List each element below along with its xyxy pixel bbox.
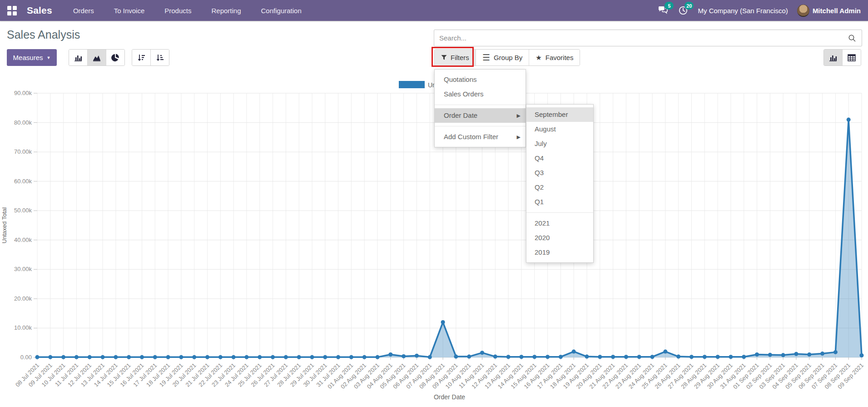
bar-chart-icon (828, 53, 838, 62)
submenu-item-q3[interactable]: Q3 (526, 166, 593, 180)
nav-item-configuration[interactable]: Configuration (261, 7, 302, 15)
user-menu[interactable]: Mitchell Admin (797, 5, 861, 17)
submenu-item-september[interactable]: September (526, 107, 593, 122)
menu-item-sales-orders[interactable]: Sales Orders (435, 87, 526, 101)
filters-dropdown-items: QuotationsSales Orders (435, 72, 526, 101)
svg-text:Order Date: Order Date (434, 393, 465, 401)
table-icon (847, 53, 856, 62)
filters-label: Filters (451, 54, 469, 61)
submenu-item-august[interactable]: August (526, 122, 593, 136)
nav-item-to-invoice[interactable]: To Invoice (114, 7, 145, 15)
sales-analysis-page: Sales OrdersTo InvoiceProductsReportingC… (0, 0, 868, 407)
activities-badge: 20 (684, 2, 694, 10)
submenu-item-q1[interactable]: Q1 (526, 195, 593, 209)
menu-divider (526, 212, 593, 213)
graph-view-button[interactable] (824, 50, 843, 65)
add-custom-filter-label: Add Custom Filter (444, 133, 498, 141)
sort-descending-icon (137, 53, 146, 62)
pie-chart-button[interactable] (106, 50, 124, 65)
search-input[interactable] (434, 34, 848, 42)
chart-type-switcher (69, 49, 125, 66)
avatar (797, 5, 809, 17)
submenu-item-2021[interactable]: 2021 (526, 216, 593, 231)
submenu-item-2019[interactable]: 2019 (526, 245, 593, 260)
search-options-bar: Filters ☰ Group By ★ Favorites (434, 49, 580, 66)
menu-item-add-custom-filter[interactable]: Add Custom Filter ▶ (435, 130, 526, 144)
view-switcher (823, 49, 861, 66)
menu-divider (435, 126, 526, 126)
favorites-button[interactable]: ★ Favorites (529, 50, 580, 65)
group-by-label: Group By (494, 54, 522, 61)
apps-grid-square (7, 6, 11, 10)
menu-divider (435, 105, 526, 105)
messages-badge: 5 (665, 2, 674, 10)
submenu-item-q2[interactable]: Q2 (526, 180, 593, 195)
svg-text:50.00k: 50.00k (14, 207, 32, 214)
submenu-item-q4[interactable]: Q4 (526, 151, 593, 166)
pie-chart-icon (111, 53, 120, 62)
svg-text:Untaxed Total: Untaxed Total (1, 207, 8, 243)
top-navbar: Sales OrdersTo InvoiceProductsReportingC… (0, 0, 868, 21)
svg-text:70.00k: 70.00k (14, 148, 32, 155)
app-name[interactable]: Sales (27, 5, 52, 16)
apps-menu-icon[interactable] (7, 6, 17, 15)
submenu-item-2020[interactable]: 2020 (526, 231, 593, 245)
line-chart-button[interactable] (88, 50, 106, 65)
chevron-right-icon: ▶ (517, 130, 521, 144)
sort-ascending-button[interactable] (151, 50, 169, 65)
navbar-systray: 5 20 My Company (San Francisco) Mitchell… (658, 0, 861, 21)
star-icon: ★ (536, 54, 541, 62)
sort-switcher (132, 49, 169, 66)
sort-descending-button[interactable] (132, 50, 151, 65)
measures-button[interactable]: Measures ▼ (7, 49, 57, 66)
company-switcher[interactable]: My Company (San Francisco) (698, 7, 788, 15)
submenu-item-july[interactable]: July (526, 136, 593, 151)
favorites-label: Favorites (546, 54, 574, 61)
area-chart-icon (92, 53, 101, 62)
messages-button[interactable]: 5 (658, 5, 669, 16)
order-date-label: Order Date (444, 111, 477, 119)
filters-dropdown: QuotationsSales Orders Order Date ▶ Add … (434, 69, 526, 147)
svg-text:0.00: 0.00 (20, 354, 32, 361)
menu-item-order-date[interactable]: Order Date ▶ (435, 108, 526, 123)
funnel-icon (441, 55, 447, 60)
svg-text:80.00k: 80.00k (14, 119, 32, 126)
menu-item-quotations[interactable]: Quotations (435, 72, 526, 87)
svg-text:20.00k: 20.00k (14, 295, 32, 302)
nav-item-reporting[interactable]: Reporting (211, 7, 241, 15)
apps-grid-square (13, 11, 17, 15)
measures-label: Measures (13, 54, 43, 61)
filters-button[interactable]: Filters (435, 50, 476, 65)
caret-down-icon: ▼ (46, 55, 50, 60)
svg-text:10.00k: 10.00k (14, 324, 32, 331)
nav-item-products[interactable]: Products (164, 7, 191, 15)
bar-chart-button[interactable] (69, 50, 88, 65)
bar-chart-icon (74, 53, 83, 62)
svg-text:30.00k: 30.00k (14, 266, 32, 272)
group-by-button[interactable]: ☰ Group By (476, 50, 529, 65)
nav-menu: OrdersTo InvoiceProductsReportingConfigu… (73, 7, 302, 15)
search-box (434, 30, 862, 46)
order-date-submenu-years: 202120202019 (526, 216, 593, 260)
page-title: Sales Analysis (7, 28, 80, 41)
activities-button[interactable]: 20 (678, 5, 689, 16)
list-icon: ☰ (482, 53, 490, 62)
sort-ascending-icon (155, 53, 164, 62)
order-date-submenu: SeptemberAugustJulyQ4Q3Q2Q1 202120202019 (526, 104, 594, 263)
search-icon[interactable] (848, 34, 856, 42)
svg-text:60.00k: 60.00k (14, 178, 32, 185)
pivot-view-button[interactable] (843, 50, 861, 65)
nav-item-orders[interactable]: Orders (73, 7, 94, 15)
apps-grid-square (13, 6, 17, 10)
user-name: Mitchell Admin (813, 7, 861, 15)
order-date-submenu-periods: SeptemberAugustJulyQ4Q3Q2Q1 (526, 107, 593, 209)
svg-text:90.00k: 90.00k (14, 90, 32, 96)
chevron-right-icon: ▶ (517, 108, 521, 123)
apps-grid-square (7, 11, 11, 15)
svg-text:40.00k: 40.00k (14, 236, 32, 243)
